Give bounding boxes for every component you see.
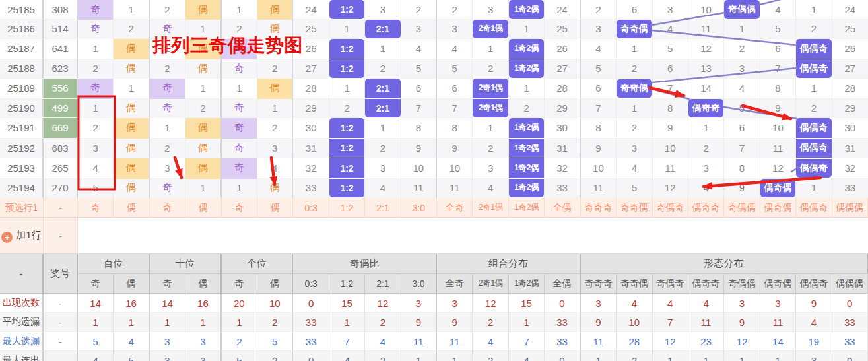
preselect-option-奇奇奇[interactable]: 奇奇奇 [581,198,617,218]
period-cell: 25194 [0,179,44,199]
preselect-option-奇奇偶[interactable]: 奇奇偶 [617,198,652,218]
add-row-label: 加1行 [16,229,41,240]
hit-cell-holder: 2:1 [365,20,401,40]
hit-cell-1:2: 1:2 [329,39,364,59]
column-header-偶: 偶 [257,274,293,294]
stat-value: 10 [257,294,293,313]
miss-cell: 偶 [257,79,293,99]
preselect-option-全偶[interactable]: 全偶 [545,198,580,218]
preselect-option-奇[interactable]: 奇 [78,198,114,218]
stat-row-平均遗漏: 平均遗漏-1111123312992133910711911433 [0,313,868,332]
miss-cell: 33 [293,179,329,199]
miss-cell: 29 [545,99,580,119]
stat-value: 1 [760,351,796,361]
preselect-option-全奇[interactable]: 全奇 [437,198,473,218]
stat-value: 9 [796,294,832,313]
hit-cell-2奇1偶: 2奇1偶 [473,20,508,39]
hit-cell-2奇1偶: 2奇1偶 [473,99,508,118]
preselect-option-1奇2偶[interactable]: 1奇2偶 [509,198,545,218]
stat-value: 23 [688,332,724,351]
preselect-option-偶偶奇[interactable]: 偶偶奇 [796,198,832,218]
preselect-option-0:3[interactable]: 0:3 [293,198,329,218]
stat-value: 5 [78,332,114,351]
group-header-十位: 十位 [150,254,222,274]
preselect-option-奇偶奇[interactable]: 奇偶奇 [653,198,688,218]
stat-value: 4 [509,351,545,361]
miss-cell: 27 [545,59,580,79]
preselect-option-2:1[interactable]: 2:1 [365,198,401,218]
prize-number-cell: 623 [44,59,78,79]
stat-value: 1 [185,313,221,332]
miss-cell: 1 [473,118,508,139]
prize-number-cell: 308 [44,0,78,20]
draw-row-25193: 251932654偶3偶奇4321:23101031奇2偶32104113812… [0,158,868,179]
stat-value: 19 [796,332,832,351]
stat-value: 16 [185,294,221,313]
stat-value: 11 [401,332,437,351]
preselect-option-1:2[interactable]: 1:2 [329,198,365,218]
period-cell: 25190 [0,99,44,119]
stat-value: 33 [545,313,580,332]
miss-cell: 奇 [222,59,257,79]
miss-cell: 1 [114,0,149,20]
column-header-1:2: 1:2 [329,274,365,294]
hit-cell-2:1: 2:1 [365,20,400,39]
hit-cell-holder: 偶偶奇 [796,139,832,159]
hit-cell-holder: 偶奇奇 [688,99,724,119]
hit-cell-2:1: 2:1 [365,99,400,118]
miss-cell: 2 [437,0,473,20]
stat-value: 5 [114,351,149,361]
footer-sub-header-row: 奇偶奇偶奇偶0:31:22:13:0全奇2奇1偶1奇2偶全偶奇奇奇奇奇偶奇偶奇偶… [0,274,868,294]
draw-row-25186: 25186514奇2奇12偶2512:1332奇1偶1253奇奇偶4111522… [0,20,868,40]
miss-cell: 6 [724,118,760,139]
miss-cell: 9 [653,118,688,139]
miss-cell: 32 [832,158,868,179]
miss-cell: 偶 [185,118,221,139]
preselect-option-偶[interactable]: 偶 [257,198,293,218]
stat-value: 0 [545,351,580,361]
preselect-option-2奇1偶[interactable]: 2奇1偶 [473,198,508,218]
hit-cell-1:2: 1:2 [329,139,364,158]
stat-value: 33 [545,332,580,351]
stat-value: 2 [617,351,652,361]
hit-cell-holder: 1:2 [329,179,365,199]
stat-value: 4 [78,351,114,361]
preselect-option-偶奇偶[interactable]: 偶奇偶 [760,198,796,218]
preselect-option-奇[interactable]: 奇 [150,198,185,218]
miss-cell: 29 [832,99,868,119]
stat-value: 2 [473,351,508,361]
miss-cell: 10 [688,0,724,20]
preselect-option-3:0[interactable]: 3:0 [401,198,437,218]
stat-value: 3 [185,332,221,351]
stat-value: 4 [114,332,149,351]
preselect-option-偶[interactable]: 偶 [185,198,221,218]
stat-label: 出现次数 [0,294,44,313]
miss-cell: 9 [437,139,473,159]
miss-cell: 1 [257,99,293,119]
draw-row-25192: 251926833偶2偶奇3311:229921奇2偶3193102711偶偶奇… [0,139,868,159]
add-row-button[interactable]: +加1行 [0,218,44,254]
preselect-option-偶偶偶[interactable]: 偶偶偶 [832,198,868,218]
hit-cell-奇奇偶: 奇奇偶 [617,20,651,39]
hit-cell-偶偶奇: 偶偶奇 [796,139,831,158]
preselect-option-奇偶偶[interactable]: 奇偶偶 [724,198,760,218]
preselect-option-偶奇奇[interactable]: 偶奇奇 [688,198,724,218]
hit-cell-holder: 偶偶奇 [796,39,832,59]
preselect-option-奇[interactable]: 奇 [222,198,257,218]
hit-cell-1奇2偶: 1奇2偶 [509,179,544,198]
stat-value: 3 [150,332,185,351]
group-header-个位: 个位 [222,254,294,274]
miss-cell: 1 [222,79,257,99]
miss-cell: 10 [760,118,796,139]
hit-cell-1:2: 1:2 [329,0,364,19]
miss-cell: 29 [293,99,329,119]
miss-cell: 偶 [114,118,149,139]
miss-cell: 5 [401,59,437,79]
stat-value: 1 [222,313,257,332]
hit-cell-holder: 1:2 [329,39,365,59]
stat-value: - [44,351,78,361]
stat-value: 2 [365,351,401,361]
miss-cell: 1 [78,99,114,119]
preselect-option-偶[interactable]: 偶 [114,198,149,218]
miss-cell: 2 [473,139,508,159]
